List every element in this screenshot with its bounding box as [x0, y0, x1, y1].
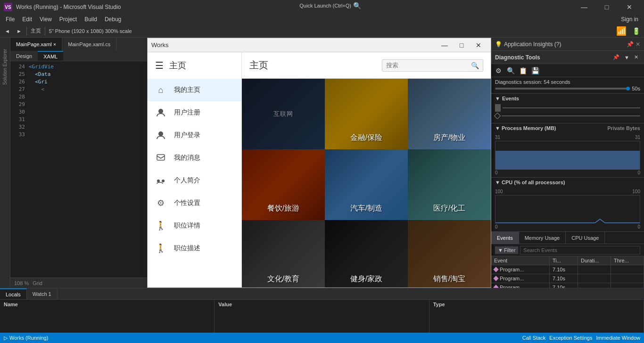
nav-item-register[interactable]: 用户注册 [148, 101, 241, 124]
page-title: 主页 [249, 59, 268, 72]
diag-close-btn[interactable]: ✕ [632, 53, 640, 61]
cpu-chart-area [495, 195, 640, 223]
diagnostic-title: Diagnostic Tools [495, 54, 540, 61]
table-row[interactable]: Program... 7.10s [491, 283, 644, 288]
menu-view[interactable]: View [36, 15, 56, 24]
tab-design[interactable]: Design [10, 51, 38, 61]
menu-edit[interactable]: Edit [18, 15, 36, 24]
nav-item-login[interactable]: 用户登录 [148, 124, 241, 147]
hamburger-button[interactable]: ☰ [155, 60, 164, 71]
diag-save-btn[interactable]: 💾 [530, 65, 540, 76]
nav-item-home[interactable]: ⌂ 我的主页 [148, 79, 241, 101]
exception-settings-btn[interactable]: Exception Settings [549, 335, 592, 341]
app-minimize-btn[interactable]: — [436, 40, 453, 51]
event-diamond-icon [493, 285, 498, 288]
diag-copy-btn[interactable]: 📋 [518, 65, 528, 76]
device-label: 主页 [29, 26, 43, 35]
menu-project[interactable]: Project [56, 15, 81, 24]
cat-medical[interactable]: 医疗/化工 [408, 149, 491, 220]
menu-build[interactable]: Build [81, 15, 101, 24]
nav-item-profile[interactable]: 个人简介 [148, 169, 241, 192]
table-row[interactable]: Program... 7.10s [491, 274, 644, 283]
diag-settings-btn[interactable]: ⚙ [493, 65, 504, 76]
app-restore-btn[interactable]: □ [453, 40, 470, 51]
tab-xaml[interactable]: XAML [38, 51, 63, 61]
jobdetail-icon: 🚶 [155, 220, 166, 231]
minimize-button[interactable]: — [573, 0, 595, 14]
main-toolbar: ◄ ► 主页 5" Phone (1920 x 1080) 300% scale… [0, 24, 644, 38]
menu-debug[interactable]: Debug [101, 15, 125, 24]
search-events-input[interactable] [520, 246, 640, 254]
events-section: ▼ Events [491, 94, 644, 123]
app-sidebar: ☰ 主页 ⌂ 我的主页 用户注册 [148, 52, 242, 287]
nav-item-messages[interactable]: 我的消息 [148, 147, 241, 169]
filter-button[interactable]: ▼ Filter [495, 246, 518, 254]
tab-memory-usage[interactable]: Memory Usage [519, 232, 566, 244]
cat-realestate[interactable]: 房产/物业 [408, 79, 491, 149]
search-button[interactable]: 🔍 [467, 60, 483, 71]
tab-events[interactable]: Events [491, 232, 519, 244]
nav-label-register: 用户注册 [174, 108, 200, 117]
nav-item-jobdesc[interactable]: 🚶 职位描述 [148, 237, 241, 260]
nav-item-settings[interactable]: ⚙ 个性设置 [148, 192, 241, 214]
close-button[interactable]: ✕ [619, 0, 640, 14]
cpu-chart: 100 100 0 0 [491, 187, 644, 231]
cat-fitness[interactable]: 健身/家政 [325, 220, 408, 287]
app-title-bar: Works — □ ✕ [148, 38, 491, 52]
cat-internet[interactable]: 互联网 [242, 79, 325, 149]
events-filter-row: ▼ Filter [491, 244, 644, 256]
memory-section: ▼ Process Memory (MB) Private Bytes 31 3… [491, 123, 644, 178]
col-duration: Durati... [578, 256, 611, 265]
bottom-panel-tabs: Locals Watch 1 [0, 288, 644, 300]
app-title: Works (Running) - Microsoft Visual Studi… [16, 4, 121, 10]
event-diamond-icon [493, 267, 498, 272]
tab-mainpage-cs[interactable]: MainPage.xaml.cs [62, 38, 116, 51]
session-slider[interactable] [495, 88, 630, 90]
cat-food[interactable]: 餐饮/旅游 [242, 149, 325, 220]
memory-sublabel: Private Bytes [607, 125, 640, 131]
call-stack-btn[interactable]: Call Stack [522, 335, 546, 341]
tab-watch1[interactable]: Watch 1 [27, 288, 58, 299]
nav-label-settings: 个性设置 [174, 199, 200, 207]
cat-car[interactable]: 汽车/制造 [325, 149, 408, 220]
immediate-window-btn[interactable]: Immediate Window [596, 335, 640, 341]
quick-launch-label: Quick Launch (Ctrl+Q) [299, 3, 351, 8]
pin-icon[interactable]: 📌 [627, 41, 634, 48]
diag-pin-btn[interactable]: 📌 [611, 53, 621, 61]
diag-search-btn[interactable]: 🔍 [505, 65, 516, 76]
tab-locals[interactable]: Locals [0, 288, 27, 299]
cat-sales[interactable]: 销售/淘宝 [408, 220, 491, 287]
diag-menu-btn[interactable]: ▼ [622, 53, 631, 61]
sign-in-link[interactable]: Sign in [617, 15, 642, 24]
status-right: Call Stack Exception Settings Immediate … [522, 335, 640, 341]
zoom-level: 108 % [14, 280, 29, 286]
nav-label-jobdesc: 职位描述 [174, 244, 200, 253]
diag-session: Diagnostics session: 54 seconds 50s [491, 77, 644, 94]
cat-culture[interactable]: 文化/教育 [242, 220, 325, 287]
cat-food-label: 餐饮/旅游 [267, 204, 299, 213]
cat-finance-label: 金融/保险 [350, 133, 382, 143]
events-header[interactable]: ▼ Events [495, 96, 640, 101]
app-close-btn[interactable]: ✕ [470, 40, 487, 51]
jobdesc-icon: 🚶 [155, 243, 166, 254]
memory-header[interactable]: ▼ Process Memory (MB) Private Bytes [491, 123, 644, 133]
nav-item-jobdetail[interactable]: 🚶 职位详情 [148, 214, 241, 237]
memory-chart: 31 31 0 0 [491, 133, 644, 177]
close-insights-icon[interactable]: ✕ [636, 41, 640, 48]
menu-file[interactable]: File [2, 15, 18, 24]
right-panel: 💡 Application Insights (?) 📌 ✕ Diagnosti… [491, 38, 644, 288]
forward-btn[interactable]: ► [14, 27, 25, 35]
nav-label-home: 我的主页 [174, 86, 200, 94]
search-input[interactable] [382, 60, 467, 71]
cat-car-label: 汽车/制造 [350, 204, 382, 213]
table-row[interactable]: Program... 7.10s [491, 265, 644, 274]
cat-medical-label: 医疗/化工 [433, 204, 465, 213]
cpu-header[interactable]: ▼ CPU (% of all processors) [491, 178, 644, 187]
back-btn[interactable]: ◄ [2, 27, 13, 35]
code-content[interactable]: <GridVie <Data <Gri < [27, 61, 147, 278]
cat-finance[interactable]: 金融/保险 [325, 79, 408, 149]
restore-button[interactable]: □ [596, 0, 618, 14]
tab-cpu-usage[interactable]: CPU Usage [566, 232, 605, 244]
status-bar: ▷ Works (Running) Call Stack Exception S… [0, 333, 644, 343]
tab-mainpage-xaml[interactable]: MainPage.xaml × [10, 38, 62, 51]
